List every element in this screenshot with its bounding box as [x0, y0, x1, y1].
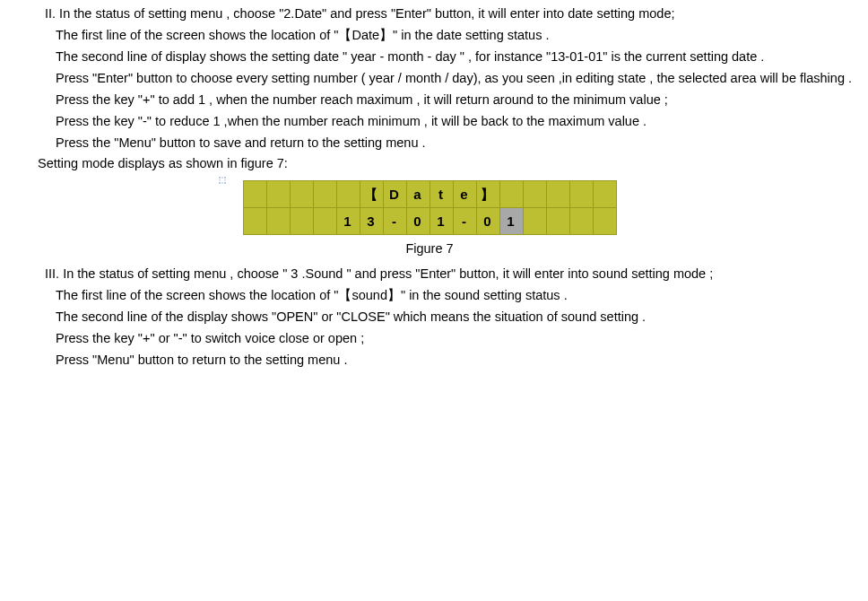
lcd-cell: -: [453, 208, 476, 235]
lcd-cell: [546, 208, 569, 235]
lcd-cell: [569, 181, 593, 208]
lcd-cell: [546, 181, 569, 208]
paragraph-text: Setting mode displays as shown in figure…: [38, 156, 288, 170]
document-content: II. In the status of setting menu , choo…: [0, 4, 859, 371]
svg-point-2: [219, 182, 221, 184]
lcd-cell: [243, 208, 266, 235]
lcd-cell: [336, 181, 360, 208]
paragraph: The first line of the screen shows the l…: [0, 25, 859, 47]
lcd-display: 【Date】 13-01-01: [243, 180, 617, 235]
paragraph-text: Press the key "-" to reduce 1 ,when the …: [56, 114, 647, 128]
lcd-cell: [523, 181, 546, 208]
lcd-row-2: 13-01-01: [243, 208, 616, 235]
lcd-cell: [569, 208, 593, 235]
lcd-cell: [313, 181, 336, 208]
lcd-cell: [499, 181, 523, 208]
lcd-cell: 3: [360, 208, 383, 235]
section-ii-heading: II. In the status of setting menu , choo…: [0, 4, 859, 25]
paragraph-text: II. In the status of setting menu , choo…: [45, 6, 674, 21]
lcd-row-1: 【Date】: [243, 181, 616, 208]
lcd-cell: -: [383, 208, 406, 235]
lcd-cell: [290, 208, 313, 235]
lcd-cell: 【: [360, 181, 383, 208]
lcd-cell: a: [406, 181, 430, 208]
paragraph: Setting mode displays as shown in figure…: [0, 153, 859, 175]
paragraph: The second line of the display shows "OP…: [0, 307, 859, 328]
paragraph-text: Press the "Menu" button to save and retu…: [56, 135, 426, 150]
paragraph-text: The second line of the display shows "OP…: [56, 309, 646, 324]
lcd-cell: [523, 208, 546, 235]
lcd-cell: e: [453, 181, 476, 208]
paragraph-text: The second line of display shows the set…: [56, 49, 764, 64]
lcd-cell: 1: [336, 208, 360, 235]
paragraph: The first line of the screen shows the l…: [0, 285, 859, 307]
lcd-cell: [266, 181, 290, 208]
paragraph-text: Press the key "+" or "-" to switch voice…: [56, 331, 364, 345]
lcd-cell: 0: [476, 208, 499, 235]
paragraph: Press "Enter" button to choose every set…: [0, 68, 859, 90]
paragraph: Press the key "-" to reduce 1 ,when the …: [0, 111, 859, 133]
lcd-cell: [266, 208, 290, 235]
lcd-cell: t: [430, 181, 453, 208]
lcd-cell: [243, 181, 266, 208]
paragraph-text: Press "Enter" button to choose every set…: [56, 71, 852, 85]
paragraph: Press "Menu" button to return to the set…: [0, 350, 859, 371]
paragraph-text: Press the key "+" to add 1 , when the nu…: [56, 92, 668, 107]
paragraph-text: Press "Menu" button to return to the set…: [56, 353, 347, 367]
svg-point-3: [224, 182, 226, 184]
paragraph-text: III. In the status of setting menu , cho…: [45, 266, 713, 281]
lcd-cell: [313, 208, 336, 235]
lcd-cell: 1: [430, 208, 453, 235]
anchor-handle-icon: [217, 171, 228, 182]
svg-point-0: [219, 177, 221, 179]
paragraph-text: The first line of the screen shows the l…: [56, 288, 568, 302]
lcd-cell: [593, 181, 616, 208]
paragraph: Press the "Menu" button to save and retu…: [0, 133, 859, 154]
lcd-cell: 0: [406, 208, 430, 235]
lcd-cell: [593, 208, 616, 235]
lcd-cell: [290, 181, 313, 208]
paragraph: The second line of display shows the set…: [0, 47, 859, 68]
paragraph-text: The first line of the screen shows the l…: [56, 28, 550, 42]
paragraph: Press the key "+" to add 1 , when the nu…: [0, 90, 859, 111]
figure-7: 【Date】 13-01-01 Figure 7: [0, 180, 859, 260]
svg-point-1: [224, 177, 226, 179]
figure-caption: Figure 7: [405, 239, 453, 260]
lcd-cell: D: [383, 181, 406, 208]
paragraph: Press the key "+" or "-" to switch voice…: [0, 328, 859, 350]
lcd-cell: 】: [476, 181, 499, 208]
lcd-cell: 1: [499, 208, 523, 235]
section-iii-heading: III. In the status of setting menu , cho…: [0, 264, 859, 285]
